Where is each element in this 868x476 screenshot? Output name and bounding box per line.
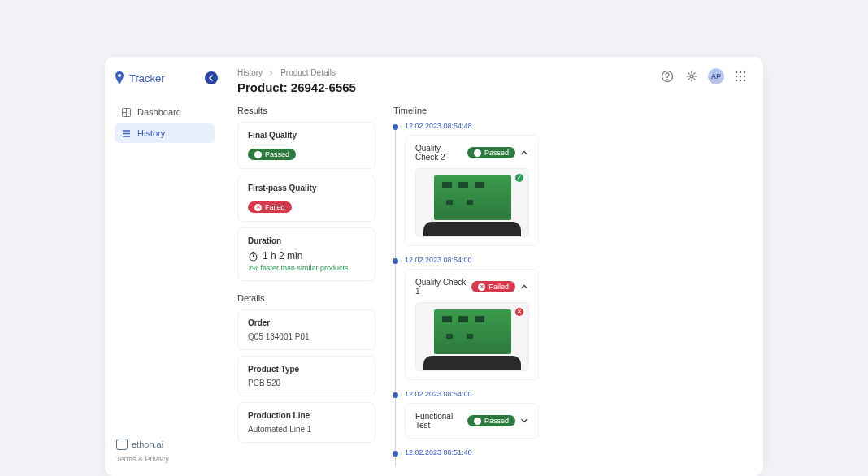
svg-point-12 bbox=[744, 71, 745, 73]
timeline-time: 12.02.2023 08:51:48 bbox=[405, 448, 749, 457]
status-badge: ✓Passed bbox=[467, 147, 515, 158]
details-title: Details bbox=[237, 293, 375, 303]
chevron-left-icon bbox=[208, 75, 215, 81]
timeline: 12.02.2023 08:54:48 Quality Check 2 ✓Pas… bbox=[393, 122, 749, 466]
svg-point-13 bbox=[736, 76, 737, 77]
timeline-dot-icon bbox=[393, 258, 398, 264]
brand-name: ethon.ai bbox=[132, 439, 163, 449]
avatar[interactable]: AP bbox=[708, 68, 724, 84]
terms-link[interactable]: Terms & Privacy bbox=[116, 455, 213, 463]
logo: Tracker bbox=[115, 71, 215, 84]
timeline-card: Functional Test ✓Passed bbox=[405, 403, 539, 439]
card-label: Duration bbox=[248, 236, 365, 245]
topbar: History Product Details Product: 26942-6… bbox=[223, 57, 763, 101]
collapse-sidebar-button[interactable] bbox=[205, 71, 218, 84]
help-button[interactable] bbox=[659, 68, 675, 84]
help-icon bbox=[661, 70, 674, 83]
svg-point-10 bbox=[736, 71, 737, 73]
chevron-down-icon bbox=[520, 417, 528, 425]
sidebar-item-label: Dashboard bbox=[137, 107, 181, 117]
timeline-time: 12.02.2023 08:54:00 bbox=[405, 390, 749, 398]
svg-point-15 bbox=[744, 76, 745, 77]
card-label: First-pass Quality bbox=[248, 184, 365, 193]
sidebar-item-history[interactable]: History bbox=[115, 123, 215, 143]
results-title: Results bbox=[237, 106, 375, 115]
content: Results Final Quality ✓Passed First-pass… bbox=[223, 101, 763, 476]
card-value: Automated Line 1 bbox=[248, 425, 365, 434]
svg-point-0 bbox=[118, 74, 121, 77]
timeline-dot-icon bbox=[393, 124, 398, 130]
chevron-up-icon bbox=[520, 283, 528, 291]
main: History Product Details Product: 26942-6… bbox=[223, 57, 763, 476]
timeline-item: 12.02.2023 08:54:48 Quality Check 2 ✓Pas… bbox=[405, 122, 749, 246]
dashboard-icon bbox=[121, 107, 131, 117]
app-window: Tracker Dashboard History ethon.ai Terms… bbox=[105, 57, 763, 476]
svg-point-11 bbox=[740, 71, 741, 73]
stopwatch-icon bbox=[248, 251, 258, 262]
timeline-dot-icon bbox=[393, 392, 398, 398]
x-icon: ✕ bbox=[254, 204, 262, 211]
timeline-card-title: Quality Check 2 bbox=[415, 144, 462, 162]
right-column: Timeline 12.02.2023 08:54:48 Quality Che… bbox=[393, 106, 749, 476]
settings-button[interactable] bbox=[684, 68, 700, 84]
timeline-item: 12.02.2023 08:51:48 bbox=[405, 448, 749, 457]
timeline-header: Quality Check 2 ✓Passed bbox=[415, 144, 528, 162]
page-title: Product: 26942-6565 bbox=[237, 80, 356, 94]
collapse-button[interactable] bbox=[520, 279, 528, 294]
card-label: Order bbox=[248, 318, 365, 327]
status-badge: ✕Failed bbox=[471, 281, 515, 292]
svg-point-9 bbox=[690, 75, 693, 78]
timeline-time: 12.02.2023 08:54:00 bbox=[405, 256, 749, 264]
breadcrumb: History Product Details bbox=[237, 68, 356, 77]
check-icon: ✓ bbox=[474, 149, 481, 157]
nav: Dashboard History bbox=[115, 102, 215, 143]
card-value: Q05 134001 P01 bbox=[248, 332, 365, 341]
apps-button[interactable] bbox=[732, 68, 749, 84]
app-name: Tracker bbox=[129, 72, 165, 84]
svg-point-16 bbox=[736, 80, 737, 81]
timeline-card-title: Quality Check 1 bbox=[415, 278, 467, 296]
timeline-title: Timeline bbox=[393, 106, 749, 115]
check-icon: ✓ bbox=[474, 418, 481, 425]
sidebar-footer: ethon.ai Terms & Privacy bbox=[115, 434, 215, 468]
card-value: PCB 520 bbox=[248, 379, 365, 387]
production-line-card: Production Line Automated Line 1 bbox=[237, 402, 375, 443]
breadcrumb-current: Product Details bbox=[280, 68, 336, 77]
svg-point-8 bbox=[666, 79, 667, 80]
duration-value: 1 h 2 min bbox=[248, 250, 365, 262]
top-actions: AP bbox=[659, 68, 749, 84]
collapse-button[interactable] bbox=[520, 145, 528, 160]
duration-note: 2% faster than similar products bbox=[248, 264, 365, 272]
timeline-item: 12.02.2023 08:54:00 Functional Test ✓Pas… bbox=[405, 390, 749, 439]
timeline-item: 12.02.2023 08:54:00 Quality Check 1 ✕Fai… bbox=[405, 256, 749, 380]
expand-button[interactable] bbox=[520, 413, 528, 428]
svg-point-14 bbox=[740, 76, 741, 77]
pin-icon bbox=[115, 71, 124, 84]
ethon-logo-icon bbox=[116, 439, 128, 450]
timeline-card: Quality Check 1 ✕Failed ✕ bbox=[405, 269, 539, 380]
order-card: Order Q05 134001 P01 bbox=[237, 309, 375, 350]
sidebar-item-dashboard[interactable]: Dashboard bbox=[115, 102, 215, 122]
image-status-ok-icon: ✓ bbox=[515, 174, 523, 182]
sidebar-item-label: History bbox=[137, 128, 165, 138]
chevron-up-icon bbox=[520, 149, 528, 157]
image-status-bad-icon: ✕ bbox=[515, 308, 523, 316]
svg-point-18 bbox=[744, 80, 745, 81]
duration-card: Duration 1 h 2 min 2% faster than simila… bbox=[237, 227, 375, 281]
timeline-card: Quality Check 2 ✓Passed ✓ bbox=[405, 135, 539, 246]
final-quality-card: Final Quality ✓Passed bbox=[237, 122, 375, 169]
status-badge: ✓Passed bbox=[467, 415, 515, 426]
inspection-image[interactable]: ✕ bbox=[415, 302, 529, 371]
left-column: Results Final Quality ✓Passed First-pass… bbox=[237, 106, 375, 476]
timeline-dot-icon bbox=[393, 451, 398, 457]
svg-point-17 bbox=[740, 80, 741, 81]
breadcrumb-parent[interactable]: History bbox=[237, 68, 263, 77]
check-icon: ✓ bbox=[254, 151, 262, 158]
apps-grid-icon bbox=[735, 71, 746, 82]
inspection-image[interactable]: ✓ bbox=[415, 168, 529, 237]
sidebar: Tracker Dashboard History ethon.ai Terms… bbox=[105, 57, 223, 476]
history-icon bbox=[121, 128, 131, 138]
product-type-card: Product Type PCB 520 bbox=[237, 356, 375, 396]
card-label: Final Quality bbox=[248, 131, 365, 140]
card-label: Production Line bbox=[248, 411, 365, 420]
